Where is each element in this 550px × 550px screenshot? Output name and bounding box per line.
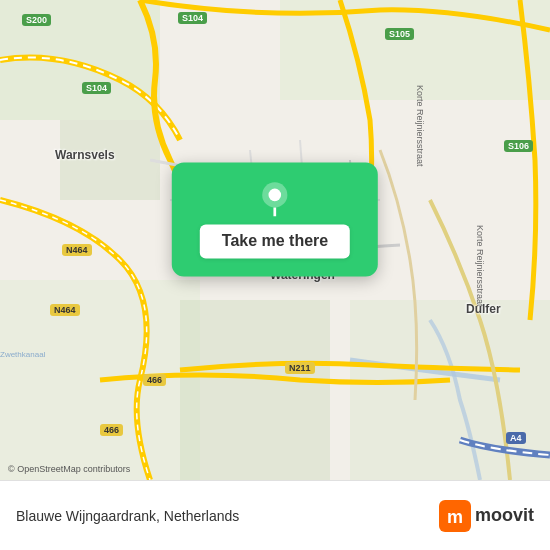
svg-point-8 bbox=[269, 189, 282, 202]
road-badge-s106: S106 bbox=[504, 140, 533, 152]
take-me-there-button[interactable]: Take me there bbox=[200, 224, 350, 258]
info-bar: Blauwe Wijngaardrank, Netherlands m moov… bbox=[0, 480, 550, 550]
road-badge-n464-top: N464 bbox=[62, 244, 92, 256]
road-badge-s200: S200 bbox=[22, 14, 51, 26]
svg-rect-4 bbox=[180, 300, 330, 480]
road-badge-s105: S105 bbox=[385, 28, 414, 40]
location-pin-icon bbox=[257, 180, 293, 216]
road-badge-466-right: 466 bbox=[143, 374, 166, 386]
road-badge-s104-top: S104 bbox=[178, 12, 207, 24]
map-container: S200 S104 S104 S105 S106 N464 N464 466 4… bbox=[0, 0, 550, 480]
osm-credit: © OpenStreetMap contributors bbox=[8, 464, 130, 474]
road-badge-n464-bottom: N464 bbox=[50, 304, 80, 316]
moovit-logo-icon: m bbox=[439, 500, 471, 532]
road-label-korne: Korte Reijniersstraat bbox=[415, 85, 425, 167]
road-badge-n211: N211 bbox=[285, 362, 315, 374]
moovit-logo: m moovit bbox=[439, 500, 534, 532]
place-name: Blauwe Wijngaardrank, Netherlands bbox=[16, 508, 239, 524]
road-label-korne2: Korte Reijniersstraat bbox=[475, 225, 485, 307]
road-badge-s104-left: S104 bbox=[82, 82, 111, 94]
moovit-text: moovit bbox=[475, 505, 534, 526]
road-badge-466-left: 466 bbox=[100, 424, 123, 436]
popup-card: Take me there bbox=[172, 162, 378, 276]
canal-label: Zwethkanaal bbox=[0, 350, 45, 359]
road-badge-a4: A4 bbox=[506, 432, 526, 444]
place-label-warnsveld: Warnsvels bbox=[55, 148, 115, 162]
svg-text:m: m bbox=[447, 507, 463, 527]
